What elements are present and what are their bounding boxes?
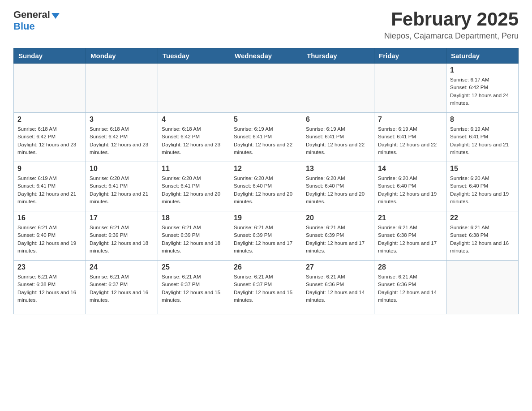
day-number: 11 (162, 165, 226, 173)
calendar-cell: 11Sunrise: 6:20 AMSunset: 6:41 PMDayligh… (158, 162, 230, 211)
week-row-1: 1Sunrise: 6:17 AMSunset: 6:42 PMDaylight… (14, 64, 519, 113)
day-info: Sunrise: 6:19 AMSunset: 6:41 PMDaylight:… (450, 125, 515, 156)
day-number: 17 (90, 214, 154, 222)
calendar-cell: 2Sunrise: 6:18 AMSunset: 6:42 PMDaylight… (14, 113, 86, 162)
calendar-cell: 20Sunrise: 6:21 AMSunset: 6:39 PMDayligh… (302, 211, 374, 261)
calendar-cell: 27Sunrise: 6:21 AMSunset: 6:36 PMDayligh… (302, 261, 374, 314)
calendar-cell: 24Sunrise: 6:21 AMSunset: 6:37 PMDayligh… (86, 261, 158, 314)
calendar-cell: 12Sunrise: 6:20 AMSunset: 6:40 PMDayligh… (230, 162, 302, 211)
day-number: 6 (306, 116, 370, 124)
week-row-5: 23Sunrise: 6:21 AMSunset: 6:38 PMDayligh… (14, 261, 519, 314)
day-number: 28 (378, 263, 442, 271)
calendar-cell (446, 261, 519, 314)
calendar-cell: 23Sunrise: 6:21 AMSunset: 6:38 PMDayligh… (14, 261, 86, 314)
day-number: 3 (90, 116, 154, 124)
calendar-cell (14, 64, 86, 113)
day-number: 12 (234, 165, 298, 173)
day-number: 25 (162, 263, 226, 271)
day-info: Sunrise: 6:21 AMSunset: 6:39 PMDaylight:… (90, 224, 154, 255)
day-info: Sunrise: 6:21 AMSunset: 6:39 PMDaylight:… (234, 224, 298, 255)
calendar-cell: 18Sunrise: 6:21 AMSunset: 6:39 PMDayligh… (158, 211, 230, 261)
calendar-cell: 14Sunrise: 6:20 AMSunset: 6:40 PMDayligh… (374, 162, 446, 211)
calendar-cell (158, 64, 230, 113)
day-info: Sunrise: 6:19 AMSunset: 6:41 PMDaylight:… (234, 125, 298, 156)
calendar-cell: 1Sunrise: 6:17 AMSunset: 6:42 PMDaylight… (446, 64, 519, 113)
calendar-cell: 28Sunrise: 6:21 AMSunset: 6:36 PMDayligh… (374, 261, 446, 314)
day-number: 21 (378, 214, 442, 222)
weekday-header-friday: Friday (374, 48, 446, 64)
day-info: Sunrise: 6:21 AMSunset: 6:38 PMDaylight:… (450, 224, 515, 255)
calendar-cell: 17Sunrise: 6:21 AMSunset: 6:39 PMDayligh… (86, 211, 158, 261)
day-info: Sunrise: 6:18 AMSunset: 6:42 PMDaylight:… (17, 125, 82, 156)
day-info: Sunrise: 6:21 AMSunset: 6:39 PMDaylight:… (306, 224, 370, 255)
calendar-cell (374, 64, 446, 113)
calendar-table: SundayMondayTuesdayWednesdayThursdayFrid… (13, 48, 519, 314)
day-number: 2 (17, 116, 82, 124)
logo-blue-text: Blue (13, 21, 35, 32)
location-title: Niepos, Cajamarca Department, Peru (384, 31, 519, 41)
month-title: February 2025 (384, 9, 519, 30)
calendar-cell: 15Sunrise: 6:20 AMSunset: 6:40 PMDayligh… (446, 162, 519, 211)
day-number: 24 (90, 263, 154, 271)
day-info: Sunrise: 6:21 AMSunset: 6:39 PMDaylight:… (162, 224, 226, 255)
calendar-cell: 26Sunrise: 6:21 AMSunset: 6:37 PMDayligh… (230, 261, 302, 314)
day-info: Sunrise: 6:20 AMSunset: 6:40 PMDaylight:… (306, 175, 370, 206)
calendar-cell: 7Sunrise: 6:19 AMSunset: 6:41 PMDaylight… (374, 113, 446, 162)
day-info: Sunrise: 6:21 AMSunset: 6:37 PMDaylight:… (162, 273, 226, 304)
day-number: 19 (234, 214, 298, 222)
day-info: Sunrise: 6:20 AMSunset: 6:40 PMDaylight:… (450, 175, 515, 206)
day-number: 13 (306, 165, 370, 173)
week-row-3: 9Sunrise: 6:19 AMSunset: 6:41 PMDaylight… (14, 162, 519, 211)
day-number: 7 (378, 116, 442, 124)
day-info: Sunrise: 6:20 AMSunset: 6:40 PMDaylight:… (378, 175, 442, 206)
day-number: 14 (378, 165, 442, 173)
calendar-cell (302, 64, 374, 113)
calendar-cell: 16Sunrise: 6:21 AMSunset: 6:40 PMDayligh… (14, 211, 86, 261)
title-area: February 2025 Niepos, Cajamarca Departme… (384, 9, 519, 41)
calendar-cell: 13Sunrise: 6:20 AMSunset: 6:40 PMDayligh… (302, 162, 374, 211)
calendar-cell: 4Sunrise: 6:18 AMSunset: 6:42 PMDaylight… (158, 113, 230, 162)
calendar-cell: 9Sunrise: 6:19 AMSunset: 6:41 PMDaylight… (14, 162, 86, 211)
weekday-header-wednesday: Wednesday (230, 48, 302, 64)
weekday-header-row: SundayMondayTuesdayWednesdayThursdayFrid… (14, 48, 519, 64)
day-number: 9 (17, 165, 82, 173)
calendar-cell: 8Sunrise: 6:19 AMSunset: 6:41 PMDaylight… (446, 113, 519, 162)
day-number: 26 (234, 263, 298, 271)
day-info: Sunrise: 6:21 AMSunset: 6:38 PMDaylight:… (17, 273, 82, 304)
day-info: Sunrise: 6:20 AMSunset: 6:41 PMDaylight:… (162, 175, 226, 206)
day-info: Sunrise: 6:19 AMSunset: 6:41 PMDaylight:… (17, 175, 82, 206)
calendar-cell: 22Sunrise: 6:21 AMSunset: 6:38 PMDayligh… (446, 211, 519, 261)
weekday-header-saturday: Saturday (446, 48, 519, 64)
logo: General Blue (13, 9, 60, 32)
day-info: Sunrise: 6:18 AMSunset: 6:42 PMDaylight:… (90, 125, 154, 156)
day-info: Sunrise: 6:19 AMSunset: 6:41 PMDaylight:… (306, 125, 370, 156)
day-info: Sunrise: 6:21 AMSunset: 6:37 PMDaylight:… (234, 273, 298, 304)
day-number: 10 (90, 165, 154, 173)
week-row-2: 2Sunrise: 6:18 AMSunset: 6:42 PMDaylight… (14, 113, 519, 162)
day-info: Sunrise: 6:21 AMSunset: 6:38 PMDaylight:… (378, 224, 442, 255)
calendar-cell (230, 64, 302, 113)
day-number: 5 (234, 116, 298, 124)
calendar-cell: 19Sunrise: 6:21 AMSunset: 6:39 PMDayligh… (230, 211, 302, 261)
day-info: Sunrise: 6:21 AMSunset: 6:36 PMDaylight:… (306, 273, 370, 304)
day-info: Sunrise: 6:17 AMSunset: 6:42 PMDaylight:… (450, 76, 515, 107)
day-number: 18 (162, 214, 226, 222)
day-number: 27 (306, 263, 370, 271)
calendar-cell: 3Sunrise: 6:18 AMSunset: 6:42 PMDaylight… (86, 113, 158, 162)
day-number: 20 (306, 214, 370, 222)
day-info: Sunrise: 6:20 AMSunset: 6:40 PMDaylight:… (234, 175, 298, 206)
calendar-cell: 21Sunrise: 6:21 AMSunset: 6:38 PMDayligh… (374, 211, 446, 261)
calendar-cell: 10Sunrise: 6:20 AMSunset: 6:41 PMDayligh… (86, 162, 158, 211)
day-info: Sunrise: 6:21 AMSunset: 6:37 PMDaylight:… (90, 273, 154, 304)
day-info: Sunrise: 6:21 AMSunset: 6:40 PMDaylight:… (17, 224, 82, 255)
day-number: 4 (162, 116, 226, 124)
week-row-4: 16Sunrise: 6:21 AMSunset: 6:40 PMDayligh… (14, 211, 519, 261)
day-info: Sunrise: 6:21 AMSunset: 6:36 PMDaylight:… (378, 273, 442, 304)
logo-triangle-icon (51, 13, 60, 19)
day-number: 23 (17, 263, 82, 271)
calendar-cell: 5Sunrise: 6:19 AMSunset: 6:41 PMDaylight… (230, 113, 302, 162)
weekday-header-tuesday: Tuesday (158, 48, 230, 64)
day-number: 16 (17, 214, 82, 222)
weekday-header-sunday: Sunday (14, 48, 86, 64)
day-info: Sunrise: 6:18 AMSunset: 6:42 PMDaylight:… (162, 125, 226, 156)
